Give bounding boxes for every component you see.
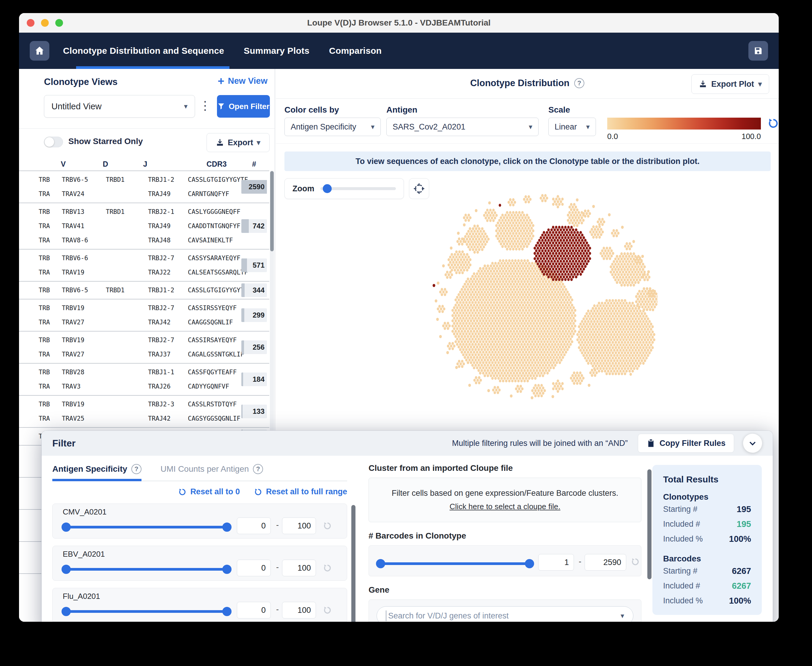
zoom-window-button[interactable] xyxy=(55,19,63,27)
antigen-min-input[interactable]: 0 xyxy=(237,602,271,618)
chevron-down-icon: ▾ xyxy=(529,123,532,131)
open-filter-button[interactable]: Open Filter xyxy=(217,95,270,118)
traffic-lights xyxy=(27,19,63,27)
barcodes-min-input[interactable]: 1 xyxy=(538,554,574,570)
table-row-group[interactable]: TRBTRBV13TRBD1TRBJ2-1CASLYGGGGNEQFFTRATR… xyxy=(19,203,269,249)
table-row-group[interactable]: TRBTRBV6-5TRBD1TRBJ1-2CASSLGTGIGYYGYTF34… xyxy=(19,281,269,299)
color-scale-reset-button[interactable] xyxy=(767,117,779,131)
save-button[interactable] xyxy=(748,41,768,61)
home-button[interactable] xyxy=(30,41,50,61)
slider-handle-min[interactable] xyxy=(61,523,71,532)
clonotype-count: 184 xyxy=(253,375,264,384)
antigen-slider-list: CMV_A02010-100EBV_A02010-100Flu_A02010-1… xyxy=(52,503,347,622)
clonotype-count-bar: 2590 xyxy=(241,180,267,194)
active-tab-indicator xyxy=(76,66,229,69)
slider-handle-min[interactable] xyxy=(376,559,385,568)
tab-comparison[interactable]: Comparison xyxy=(329,46,381,56)
antigen-min-input[interactable]: 0 xyxy=(237,518,271,534)
table-row-group[interactable]: TRBTRBV19TRBJ2-3CASSLRSTDTQYFTRATRAV25TR… xyxy=(19,395,269,427)
show-starred-toggle[interactable] xyxy=(44,137,63,147)
slider-handle-min[interactable] xyxy=(61,607,71,616)
minimize-window-button[interactable] xyxy=(41,19,49,27)
slider-handle-min[interactable] xyxy=(61,565,71,574)
table-row-group[interactable]: TRBTRBV6-6TRBJ2-7CASSYSARAYEQYFTRATRAV19… xyxy=(19,249,269,281)
barcodes-max-input[interactable]: 2590 xyxy=(584,554,626,570)
view-options-kebab-button[interactable]: ⋮ xyxy=(199,99,211,112)
slider-handle-max[interactable] xyxy=(525,559,534,568)
help-icon[interactable]: ? xyxy=(574,78,584,88)
view-select[interactable]: Untitled View ▾ xyxy=(44,95,195,118)
color-cells-by-select[interactable]: Antigen Specificity▾ xyxy=(284,118,381,136)
table-row[interactable]: TRBTRBV6-6TRBJ2-7CASSYSARAYEQYF xyxy=(19,251,269,265)
close-window-button[interactable] xyxy=(27,19,35,27)
antigen-min-input[interactable]: 0 xyxy=(237,560,271,576)
table-row[interactable]: TRATRAV8-6TRAJ48CAVSAINEKLTF xyxy=(19,233,269,247)
copy-filter-rules-button[interactable]: Copy Filter Rules xyxy=(638,434,734,453)
collapse-filter-button[interactable] xyxy=(743,434,762,453)
antigen-range-slider[interactable] xyxy=(63,568,230,570)
select-cloupe-file-link[interactable]: Click here to select a cloupe file. xyxy=(450,502,561,511)
antigen-max-input[interactable]: 100 xyxy=(282,518,316,534)
antigen-max-input[interactable]: 100 xyxy=(282,602,316,618)
table-row[interactable]: TRATRAV3TRAJ26CADYYGQNFVF xyxy=(19,379,269,394)
table-row[interactable]: TRATRAV27TRAJ42CAAGGSQGNLIF xyxy=(19,315,269,330)
antigen-reset-button[interactable] xyxy=(322,605,332,616)
table-row[interactable]: TRATRAV24TRAJ49CARNTGNQFYF xyxy=(19,187,269,201)
table-row[interactable]: TRATRAV25TRAJ42CAGSYGGSQGNLIF xyxy=(19,411,269,426)
help-icon[interactable]: ? xyxy=(131,464,142,474)
gene-search-input[interactable]: Search for V/D/J genes of interest ▾ xyxy=(376,606,634,622)
help-icon[interactable]: ? xyxy=(253,464,263,474)
filter-middle-scrollbar[interactable] xyxy=(647,469,652,579)
antigen-list-scrollbar[interactable] xyxy=(351,505,355,622)
slider-handle-max[interactable] xyxy=(222,523,231,532)
clonotype-distribution-plot[interactable] xyxy=(423,191,657,426)
plus-icon: + xyxy=(218,77,224,86)
antigen-range-slider[interactable] xyxy=(63,526,230,528)
clonotype-count: 742 xyxy=(253,222,264,230)
zoom-slider-handle[interactable] xyxy=(323,184,332,193)
totals-value: 100% xyxy=(729,534,751,544)
tab-summary-plots[interactable]: Summary Plots xyxy=(244,46,309,56)
barcodes-reset-button[interactable] xyxy=(630,557,640,568)
zoom-slider[interactable] xyxy=(320,187,396,190)
table-row[interactable]: TRATRAV41TRAJ49CAADDTNTGNQFYF xyxy=(19,219,269,233)
antigen-select[interactable]: SARS_Cov2_A0201▾ xyxy=(386,118,538,136)
new-view-button[interactable]: + New View xyxy=(218,76,267,86)
export-table-button[interactable]: Export ▾ xyxy=(206,133,269,152)
table-row[interactable]: TRATRAV27TRAJ37CAGALGSSNTGKLIF xyxy=(19,347,269,361)
antigen-max-input[interactable]: 100 xyxy=(282,560,316,576)
tab-clonotype-distribution[interactable]: Clonotype Distribution and Sequence xyxy=(63,46,224,56)
clonotype-count: 299 xyxy=(253,311,264,319)
table-row[interactable]: TRBTRBV13TRBD1TRBJ2-1CASLYGGGGNEQFF xyxy=(19,204,269,219)
table-row-group[interactable]: TRBTRBV6-5TRBD1TRBJ1-2CASSLGTGIGYYGYTFTR… xyxy=(19,170,269,203)
totals-row: Starting #6267 xyxy=(663,564,751,579)
table-row-group[interactable]: TRBTRBV19TRBJ2-7CASSIRSAYEQYFTRATRAV27TR… xyxy=(19,331,269,363)
barcodes-range-slider[interactable] xyxy=(378,562,532,565)
table-row[interactable]: TRBTRBV6-5TRBD1TRBJ1-2CASSLGTGIGYYGYTF xyxy=(19,283,269,297)
table-row[interactable]: TRBTRBV19TRBJ2-3CASSLRSTDTQYF xyxy=(19,397,269,411)
clonotype-count-bar: 133 xyxy=(241,405,267,418)
antigen-reset-button[interactable] xyxy=(322,521,332,532)
antigen-range-slider[interactable] xyxy=(63,610,230,613)
table-row-group[interactable]: TRBTRBV19TRBJ2-7CASSIRSSYEQYFTRATRAV27TR… xyxy=(19,299,269,331)
zoom-label: Zoom xyxy=(292,184,314,193)
scale-select[interactable]: Linear▾ xyxy=(548,118,596,136)
gene-search-box: Search for V/D/J genes of interest ▾ xyxy=(368,600,641,622)
table-row[interactable]: TRBTRBV19TRBJ2-7CASSIRSAYEQYF xyxy=(19,333,269,347)
cluster-section-title: Cluster from an imported Cloupe file xyxy=(368,463,641,473)
table-row[interactable]: TRBTRBV19TRBJ2-7CASSIRSSYEQYF xyxy=(19,301,269,315)
undo-icon xyxy=(178,488,186,496)
table-row-group[interactable]: TRBTRBV28TRBJ1-1CASSFQGYTEAFFTRATRAV3TRA… xyxy=(19,363,269,395)
clonotype-count-bar: 742 xyxy=(241,219,267,233)
table-row[interactable]: TRBTRBV6-5TRBD1TRBJ1-2CASSLGTGIGYYGYTF xyxy=(19,173,269,187)
antigen-reset-button[interactable] xyxy=(322,563,332,574)
reset-all-to-full-range-link[interactable]: Reset all to full range xyxy=(254,487,347,496)
slider-handle-max[interactable] xyxy=(222,565,231,574)
table-row[interactable]: TRBTRBV28TRBJ1-1CASSFQGYTEAFF xyxy=(19,365,269,379)
reset-all-to-zero-link[interactable]: Reset all to 0 xyxy=(178,487,240,496)
slider-handle-max[interactable] xyxy=(222,607,231,616)
table-row[interactable]: TRATRAV19TRAJ22CALSEATSGSARQLTF xyxy=(19,265,269,280)
tab-antigen-specificity[interactable]: Antigen Specificity ? xyxy=(52,464,142,481)
export-plot-button[interactable]: Export Plot ▾ xyxy=(692,74,769,94)
tab-umi-counts[interactable]: UMI Counts per Antigen ? xyxy=(160,464,263,481)
